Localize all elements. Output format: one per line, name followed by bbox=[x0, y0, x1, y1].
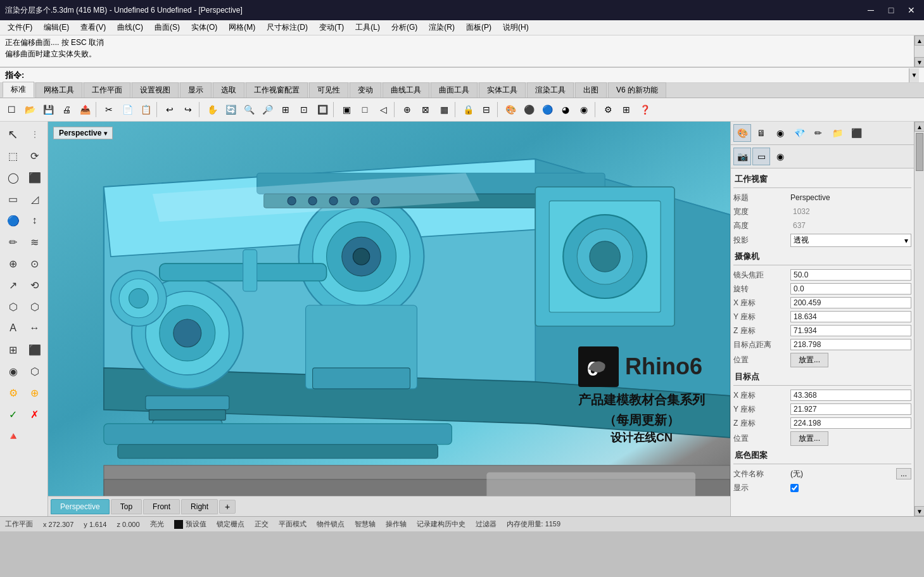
panel-render-icon[interactable]: ◉ bbox=[771, 124, 789, 142]
menu-transform[interactable]: 变动(T) bbox=[314, 21, 349, 34]
tb-new[interactable]: ☐ bbox=[3, 101, 20, 118]
right-scroll-track[interactable] bbox=[915, 172, 924, 506]
panel-light-icon[interactable]: ✏ bbox=[809, 124, 827, 142]
tb-render-mesh[interactable]: 🔵 bbox=[538, 101, 556, 118]
lt-cancel-btn[interactable]: ✗ bbox=[25, 404, 45, 424]
tab-render-tools[interactable]: 渲染工具 bbox=[527, 82, 574, 98]
panel-camera-icon[interactable]: 📷 bbox=[733, 148, 751, 165]
tb-print[interactable]: 🖨 bbox=[58, 101, 75, 118]
tab-surface-tools[interactable]: 曲面工具 bbox=[431, 82, 478, 98]
prop-value-rotate[interactable]: 0.0 bbox=[790, 283, 911, 295]
status-snap2[interactable]: 正交 bbox=[255, 519, 269, 529]
tb-undo[interactable]: ↩ bbox=[161, 101, 179, 118]
status-snap4[interactable]: 物件锁点 bbox=[317, 519, 345, 529]
tb-grid-snap[interactable]: ⊕ bbox=[398, 101, 416, 118]
lt-blend-btn[interactable]: ⊙ bbox=[25, 253, 45, 274]
lt-analyze-btn[interactable]: ⚙ bbox=[3, 383, 23, 403]
prop-value-tgt-y[interactable]: 21.927 bbox=[790, 403, 911, 415]
status-record[interactable]: 记录建构历中史 bbox=[417, 519, 465, 529]
tb-material[interactable]: ⚫ bbox=[520, 101, 538, 118]
lt-edit-btn[interactable]: ✏ bbox=[3, 232, 23, 252]
lt-extrude-btn[interactable]: ↕ bbox=[25, 210, 45, 231]
tb-open[interactable]: 📂 bbox=[21, 101, 39, 118]
panel-env-icon[interactable]: 📁 bbox=[828, 124, 846, 142]
prop-value-focal[interactable]: 50.0 bbox=[790, 269, 911, 281]
lt-point-btn[interactable]: ⬚ bbox=[3, 146, 23, 166]
menu-view[interactable]: 查看(V) bbox=[75, 21, 111, 34]
close-button[interactable]: ✕ bbox=[904, 3, 919, 18]
prop-value-cam-x[interactable]: 200.459 bbox=[790, 297, 911, 308]
tb-render[interactable]: ◕ bbox=[557, 101, 574, 118]
vp-tab-front[interactable]: Front bbox=[143, 499, 180, 514]
lt-check-btn[interactable]: ✓ bbox=[3, 404, 23, 424]
tb-pan[interactable]: ✋ bbox=[203, 101, 221, 118]
tab-standard[interactable]: 标准 bbox=[3, 82, 34, 98]
lt-solid-btn[interactable]: ◉ bbox=[3, 361, 23, 381]
lt-scale-btn[interactable]: ⬡ bbox=[25, 296, 45, 317]
tab-output[interactable]: 出图 bbox=[575, 82, 607, 98]
tb-point-lock[interactable]: 🔒 bbox=[459, 101, 477, 118]
viewport-label[interactable]: Perspective ▾ bbox=[53, 127, 113, 139]
menu-curve[interactable]: 曲线(C) bbox=[112, 21, 148, 34]
lt-move-btn[interactable]: ↗ bbox=[3, 275, 23, 295]
tb-paste[interactable]: 📋 bbox=[137, 101, 155, 118]
menu-analysis[interactable]: 分析(G) bbox=[386, 21, 422, 34]
right-scroll-up[interactable]: ▲ bbox=[915, 122, 924, 132]
prop-dropdown-proj[interactable]: 透视 ▾ bbox=[790, 234, 911, 247]
tab-transform[interactable]: 变动 bbox=[350, 82, 381, 98]
lt-rect-btn[interactable]: ⬛ bbox=[25, 167, 45, 187]
panel-render2-icon[interactable]: ◉ bbox=[771, 148, 789, 165]
tb-grid-options[interactable]: ⊞ bbox=[617, 101, 635, 118]
vp-tab-right[interactable]: Right bbox=[181, 499, 218, 514]
tb-color[interactable]: 🎨 bbox=[502, 101, 519, 118]
menu-file[interactable]: 文件(F) bbox=[3, 21, 37, 34]
lt-surface-btn[interactable]: 🔵 bbox=[3, 210, 23, 231]
menu-dim[interactable]: 尺寸标注(D) bbox=[262, 21, 313, 34]
tab-select[interactable]: 选取 bbox=[213, 82, 244, 98]
prop-btn-bg-file[interactable]: ... bbox=[896, 468, 911, 479]
lt-split-btn[interactable]: ≋ bbox=[25, 232, 45, 252]
cmd-scrollbar[interactable]: ▲ ▼ bbox=[914, 35, 924, 67]
tb-sel-all[interactable]: ▣ bbox=[338, 101, 355, 118]
scroll-up-arrow[interactable]: ▲ bbox=[915, 35, 924, 46]
tb-export[interactable]: 📤 bbox=[76, 101, 94, 118]
scroll-down-arrow[interactable]: ▼ bbox=[915, 57, 924, 67]
right-scroll-thumb[interactable] bbox=[916, 133, 923, 171]
menu-render[interactable]: 渲染(R) bbox=[424, 21, 460, 34]
lt-triangle-btn[interactable]: 🔺 bbox=[3, 426, 23, 446]
tb-zoom-win[interactable]: 🔲 bbox=[313, 101, 331, 118]
panel-display-icon[interactable]: 🖥 bbox=[752, 124, 770, 142]
status-snap5[interactable]: 智慧轴 bbox=[355, 519, 376, 529]
lt-text-btn[interactable]: A bbox=[3, 318, 23, 338]
tb-ortho[interactable]: ⊠ bbox=[417, 101, 434, 118]
lt-dim-btn[interactable]: ↔ bbox=[25, 318, 45, 338]
status-snap6[interactable]: 操作轴 bbox=[386, 519, 407, 529]
vp-tab-perspective[interactable]: Perspective bbox=[51, 499, 110, 514]
lt-select2-btn[interactable]: ⋮ bbox=[25, 124, 45, 144]
minimize-button[interactable]: ─ bbox=[863, 3, 878, 18]
menu-help[interactable]: 说明(H) bbox=[498, 21, 534, 34]
tab-set-view[interactable]: 设置视图 bbox=[132, 82, 179, 98]
tb-redo[interactable]: ↪ bbox=[179, 101, 197, 118]
tb-render-options[interactable]: ⚙ bbox=[599, 101, 617, 118]
viewport-main[interactable]: Perspective ▾ bbox=[48, 122, 730, 496]
lt-offset-btn[interactable]: ⊕ bbox=[3, 253, 23, 274]
lt-mesh-btn[interactable]: ⬡ bbox=[25, 361, 45, 381]
tb-zoom-ext[interactable]: ⊞ bbox=[277, 101, 294, 118]
menu-tools[interactable]: 工具(L) bbox=[350, 21, 385, 34]
lt-arc-btn[interactable]: ▭ bbox=[3, 189, 23, 209]
tab-visibility[interactable]: 可见性 bbox=[309, 82, 348, 98]
prop-value-tgt-x[interactable]: 43.368 bbox=[790, 390, 911, 401]
tab-solid-tools[interactable]: 实体工具 bbox=[479, 82, 526, 98]
status-snap1[interactable]: 锁定栅点 bbox=[217, 519, 244, 529]
panel-frame-icon[interactable]: ▭ bbox=[752, 148, 770, 165]
prop-btn-tgt-pos[interactable]: 放置... bbox=[790, 431, 828, 446]
menu-edit[interactable]: 编辑(E) bbox=[39, 21, 74, 34]
tb-zoom-in[interactable]: 🔍 bbox=[240, 101, 258, 118]
status-snap3[interactable]: 平面模式 bbox=[279, 519, 307, 529]
tb-planar[interactable]: ▦ bbox=[435, 101, 453, 118]
vp-tab-top[interactable]: Top bbox=[111, 499, 142, 514]
menu-surface[interactable]: 曲面(S) bbox=[149, 21, 185, 34]
menu-solid[interactable]: 实体(O) bbox=[186, 21, 222, 34]
lt-rotate-btn[interactable]: ⟲ bbox=[25, 275, 45, 295]
